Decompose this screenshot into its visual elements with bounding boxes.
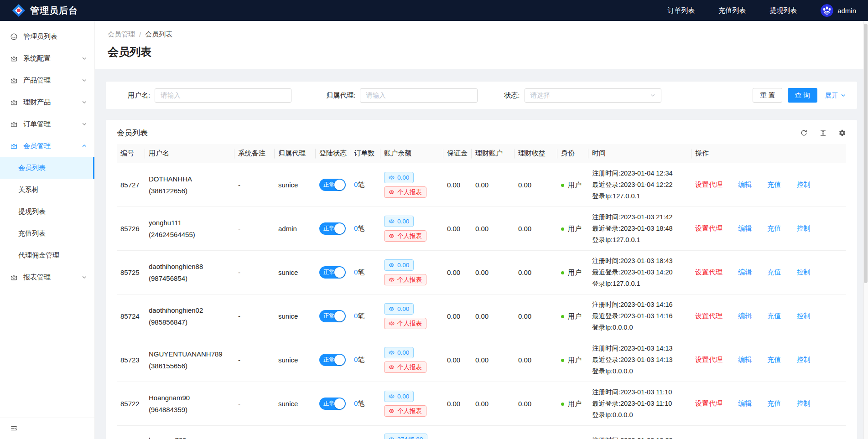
sidebar-item-report-mgmt[interactable]: 报表管理	[0, 266, 94, 288]
sidebar-subitem-withdraw-list[interactable]: 提现列表	[0, 201, 94, 222]
sidebar-item-system-config[interactable]: 系统配置	[0, 47, 94, 69]
recharge-link[interactable]: 充值	[767, 268, 781, 276]
control-link[interactable]: 控制	[797, 268, 811, 276]
balance-badge[interactable]: 0.00	[384, 216, 414, 227]
cell-actions: 设置代理 编辑 充值 控制	[691, 251, 846, 294]
table-row: 85723 NGUYENTUANANH789 (386155656) - sun…	[117, 338, 846, 382]
control-link[interactable]: 控制	[797, 181, 811, 188]
status-toggle[interactable]: 正常	[319, 310, 346, 322]
cell-actions: 设置代理 编辑 充值 控制	[691, 294, 846, 338]
balance-badge[interactable]: 0.00	[384, 347, 414, 358]
sidebar-subitem-agent-commission[interactable]: 代理佣金管理	[0, 244, 94, 266]
cell-login-status: 正常	[316, 426, 350, 439]
control-link[interactable]: 控制	[797, 312, 811, 320]
user-name: admin	[837, 7, 856, 15]
page-title: 会员列表	[108, 45, 855, 59]
eye-icon	[389, 306, 395, 312]
sidebar-item-order-mgmt[interactable]: 订单管理	[0, 113, 94, 135]
recharge-link[interactable]: 充值	[767, 224, 781, 232]
sidebar-item-admin-list[interactable]: 管理员列表	[0, 26, 94, 47]
chevron-down-icon	[650, 93, 655, 98]
user-menu[interactable]: du admin	[821, 4, 856, 17]
set-agent-link[interactable]: 设置代理	[695, 224, 722, 232]
set-agent-link[interactable]: 设置代理	[695, 312, 722, 320]
sidebar-subitem-relation-tree[interactable]: 关系树	[0, 179, 94, 201]
balance-badge[interactable]: 0.00	[384, 303, 414, 315]
set-agent-link[interactable]: 设置代理	[695, 399, 722, 407]
expand-link[interactable]: 展开	[825, 91, 846, 100]
edit-link[interactable]: 编辑	[738, 181, 752, 188]
set-agent-link[interactable]: 设置代理	[695, 181, 722, 188]
smile-icon	[10, 33, 18, 41]
reload-icon[interactable]	[800, 129, 808, 137]
set-agent-link[interactable]: 设置代理	[695, 356, 722, 363]
column-height-icon[interactable]	[819, 129, 827, 137]
personal-report-badge[interactable]: 个人报表	[384, 274, 426, 285]
personal-report-badge[interactable]: 个人报表	[384, 230, 426, 242]
sidebar-subitem-recharge-list[interactable]: 充值列表	[0, 222, 94, 244]
menu-fold-icon[interactable]	[10, 425, 18, 433]
status-toggle[interactable]: 正常	[319, 398, 346, 410]
settings-gear-icon[interactable]	[838, 129, 846, 137]
cell-id: 85724	[117, 294, 145, 338]
nav-link-recharge-list[interactable]: 充值列表	[707, 6, 758, 15]
control-link[interactable]: 控制	[797, 399, 811, 407]
eye-icon	[389, 189, 395, 195]
status-toggle[interactable]: 正常	[319, 222, 346, 235]
edit-link[interactable]: 编辑	[738, 268, 752, 276]
chevron-down-icon	[82, 274, 87, 280]
cell-id: 85721	[117, 426, 145, 439]
agent-input[interactable]	[360, 88, 478, 103]
app-logo[interactable]: 管理员后台	[12, 4, 78, 17]
reset-button[interactable]: 重 置	[753, 88, 782, 103]
cell-login-status: 正常	[316, 207, 350, 251]
edit-link[interactable]: 编辑	[738, 224, 752, 232]
edit-link[interactable]: 编辑	[738, 399, 752, 407]
sidebar-item-member-mgmt[interactable]: 会员管理	[0, 135, 94, 157]
chevron-down-icon	[82, 56, 87, 61]
personal-report-badge[interactable]: 个人报表	[384, 318, 426, 329]
sidebar-item-product-mgmt[interactable]: 产品管理	[0, 69, 94, 91]
balance-badge[interactable]: 0.00	[384, 259, 414, 271]
breadcrumb-parent[interactable]: 会员管理	[108, 30, 135, 39]
balance-badge[interactable]: 0.00	[384, 391, 414, 402]
cell-actions: 设置代理 编辑 充值 控制	[691, 338, 846, 382]
recharge-link[interactable]: 充值	[767, 312, 781, 320]
table-row: 85721 baongoc789 (89414665) - sunice 正常 …	[117, 426, 846, 439]
cell-margin: 0.00	[443, 426, 472, 439]
recharge-link[interactable]: 充值	[767, 356, 781, 363]
crown-icon	[10, 77, 18, 84]
status-toggle[interactable]: 正常	[319, 179, 346, 191]
edit-link[interactable]: 编辑	[738, 356, 752, 363]
recharge-link[interactable]: 充值	[767, 399, 781, 407]
recharge-link[interactable]: 充值	[767, 181, 781, 188]
status-toggle[interactable]: 正常	[319, 354, 346, 366]
vertical-scrollbar[interactable]	[863, 21, 868, 439]
sidebar-subitem-member-list[interactable]: 会员列表	[0, 157, 94, 179]
balance-badge[interactable]: 0.00	[384, 172, 414, 183]
eye-icon	[389, 436, 395, 439]
nav-link-order-list[interactable]: 订单列表	[655, 6, 707, 15]
nav-link-withdraw-list[interactable]: 提现列表	[758, 6, 809, 15]
sidebar-item-wealth-products[interactable]: 理财产品	[0, 91, 94, 113]
status-select[interactable]: 请选择	[525, 88, 661, 103]
status-toggle[interactable]: 正常	[319, 266, 346, 279]
personal-report-badge[interactable]: 个人报表	[384, 186, 426, 198]
cell-balance: 0.00 个人报表	[380, 338, 443, 382]
status-dot	[561, 315, 564, 318]
query-button[interactable]: 查 询	[788, 88, 817, 103]
personal-report-badge[interactable]: 个人报表	[384, 405, 426, 417]
column-header: 账户余额	[380, 144, 443, 163]
eye-icon	[389, 175, 395, 181]
edit-link[interactable]: 编辑	[738, 312, 752, 320]
balance-badge[interactable]: 37445.80	[384, 434, 427, 439]
personal-report-badge[interactable]: 个人报表	[384, 362, 426, 373]
scrollbar-thumb[interactable]	[864, 24, 868, 283]
set-agent-link[interactable]: 设置代理	[695, 268, 722, 276]
column-header: 理财账户	[472, 144, 515, 163]
control-link[interactable]: 控制	[797, 356, 811, 363]
svg-text:du: du	[825, 11, 829, 14]
control-link[interactable]: 控制	[797, 224, 811, 232]
cell-actions: 设置代理 编辑 充值 控制	[691, 426, 846, 439]
username-input[interactable]	[155, 88, 291, 103]
